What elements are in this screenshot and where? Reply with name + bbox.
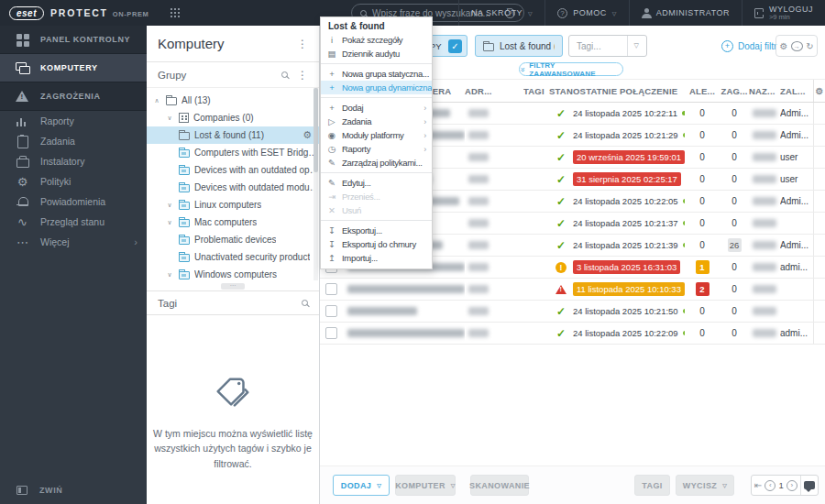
group-label: Unactivated security product bbox=[194, 252, 310, 262]
feedback-icon[interactable] bbox=[804, 481, 815, 489]
group-tree-item-mac-computers[interactable]: ∨Mac computers bbox=[147, 214, 319, 231]
group-tree-item-computers-with-eset-bridge-installed[interactable]: Computers with ESET Bridge installed bbox=[147, 144, 319, 161]
menu-item-eksportuj[interactable]: ↧Eksportuj... bbox=[321, 224, 432, 237]
row-checkbox[interactable] bbox=[325, 305, 337, 317]
sidebar-item-instalatory[interactable]: Instalatory bbox=[0, 151, 147, 171]
apps-grid-icon[interactable] bbox=[170, 8, 172, 10]
sidebar-item-zadania[interactable]: Zadania bbox=[0, 131, 147, 151]
menu-item-zarządzaj-politykami[interactable]: ✎Zarządzaj politykami... bbox=[321, 156, 432, 170]
group-gear-icon[interactable]: ⚙ bbox=[302, 129, 312, 141]
mute-button[interactable]: WYCISZ ▽ bbox=[676, 475, 734, 496]
tree-resize-handle[interactable]: ⋯ bbox=[147, 283, 319, 290]
group-tree-item-problematic-devices[interactable]: Problematic devices bbox=[147, 231, 319, 248]
menu-item-raporty[interactable]: ◷Raporty› bbox=[321, 142, 432, 156]
sidebar-item-przegląd-stanu[interactable]: ∿Przegląd stanu bbox=[0, 212, 147, 232]
group-tree-item-devices-with-an-outdated-operating-system[interactable]: Devices with an outdated operating syste… bbox=[147, 161, 319, 179]
sidebar-item-powiadomienia[interactable]: Powiadomienia bbox=[0, 192, 147, 212]
group-tree-item-lost-&-found-11[interactable]: Lost & found (11)⚙ bbox=[147, 126, 319, 144]
menu-item-pokaż-szczegóły[interactable]: iPokaż szczegóły bbox=[321, 33, 432, 47]
column-header-adr[interactable]: ADR... bbox=[465, 80, 523, 102]
scan-button[interactable]: SKANOWANIE bbox=[470, 475, 529, 496]
menu-item-dziennik-audytu[interactable]: ▤Dziennik audytu bbox=[321, 47, 432, 60]
status-ok-icon: ✓ bbox=[556, 305, 566, 318]
chevron-down-icon[interactable]: ∨ bbox=[165, 219, 174, 226]
group-filter-chip[interactable]: Lost & found (11) bbox=[475, 35, 563, 57]
help-menu[interactable]: ? POMOC ▽ bbox=[544, 0, 629, 26]
group-tree-item-linux-computers[interactable]: ∨Linux computers bbox=[147, 196, 319, 214]
prev-page-icon[interactable]: ‹ bbox=[764, 480, 776, 491]
sidebar-item-więcej[interactable]: ⋯Więcej› bbox=[0, 232, 147, 252]
add-filter-button[interactable]: + Dodaj filtr bbox=[721, 35, 776, 57]
tags-filter-dropdown[interactable]: Tagi... ▽ bbox=[568, 35, 647, 57]
groups-menu-icon[interactable]: ⋮ bbox=[297, 69, 308, 82]
menu-divider bbox=[321, 220, 432, 221]
tree-scrollbar[interactable] bbox=[314, 88, 318, 280]
table-row[interactable]: ✓24 listopada 2025 10:21:5000 bbox=[320, 301, 825, 323]
chevron-up-icon[interactable]: ∧ bbox=[152, 97, 161, 104]
first-page-icon[interactable]: ⇤ bbox=[754, 480, 762, 490]
help-icon: ? bbox=[557, 8, 567, 18]
trash-icon: ✕ bbox=[326, 205, 337, 215]
column-header-naz[interactable]: NAZ... bbox=[749, 80, 780, 102]
group-tree-item-unactivated-security-product[interactable]: Unactivated security product bbox=[147, 248, 319, 266]
arrow-circle-icon[interactable]: → bbox=[791, 41, 803, 51]
refresh-icon[interactable]: ↻ bbox=[806, 41, 813, 51]
presets-gear-icon[interactable]: ⚙ bbox=[779, 41, 787, 51]
column-header-zag[interactable]: ZAG... bbox=[720, 80, 749, 102]
sidebar-item-komputery[interactable]: KOMPUTERY bbox=[0, 54, 147, 82]
menu-item-moduły-platformy[interactable]: ◉Moduły platformy› bbox=[321, 128, 432, 142]
row-gear-cell bbox=[813, 103, 825, 124]
group-tree-item-windows-computers[interactable]: ∨Windows computers bbox=[147, 266, 319, 283]
group-tree-item-devices-with-outdated-modules[interactable]: Devices with outdated modules bbox=[147, 179, 319, 196]
menu-item-zadania[interactable]: ▷Zadania› bbox=[321, 115, 432, 128]
chevron-down-icon[interactable]: ∨ bbox=[165, 271, 174, 279]
logout-button[interactable]: WYLOGUJ >9 min bbox=[742, 0, 825, 26]
sidebar-collapse-button[interactable]: ZWIŃ bbox=[0, 477, 147, 504]
redacted-value bbox=[753, 131, 776, 139]
sidebar-item-polityki[interactable]: ⚙Polityki bbox=[0, 171, 147, 192]
tasks-run-icon: ▷ bbox=[326, 116, 337, 126]
sidebar-item-panel-kontrolny[interactable]: PANEL KONTROLNY bbox=[0, 26, 147, 54]
chevron-down-icon[interactable]: ∨ bbox=[165, 115, 174, 122]
row-checkbox[interactable] bbox=[325, 283, 337, 295]
table-row[interactable]: ✓24 listopada 2025 10:22:0900admi... bbox=[320, 323, 825, 345]
column-header-zal[interactable]: ZAL... bbox=[780, 80, 813, 102]
tags-button[interactable]: TAGI bbox=[634, 475, 670, 496]
shortcuts-menu[interactable]: NA SKRÓTY ▽ bbox=[458, 0, 544, 26]
chevron-right-icon: › bbox=[134, 236, 138, 247]
computer-button[interactable]: KOMPUTER ▽ bbox=[395, 475, 456, 496]
sidebar-item-raporty[interactable]: Raporty bbox=[0, 111, 147, 131]
subgroups-checkbox[interactable]: ✓ bbox=[448, 39, 462, 53]
tags-search-icon[interactable] bbox=[302, 300, 308, 306]
menu-item-eksportuj-do-chmury[interactable]: ↧Eksportuj do chmury bbox=[321, 237, 432, 251]
detections-count: 0 bbox=[732, 108, 737, 118]
table-columns-gear-icon[interactable]: ⚙ bbox=[813, 80, 825, 102]
menu-item-importuj[interactable]: ↥Importuj... bbox=[321, 251, 432, 265]
add-button[interactable]: DODAJ ▽ bbox=[333, 475, 390, 496]
status-cell: ✓ bbox=[549, 235, 573, 256]
column-header-tagi[interactable]: TAGI bbox=[523, 80, 549, 102]
menu-item-nowa-grupa-dynamiczna[interactable]: +Nowa grupa dynamiczna... bbox=[321, 81, 432, 94]
groups-search-icon[interactable] bbox=[281, 71, 288, 78]
table-row[interactable]: 11 listopada 2025 10:10:3320 bbox=[320, 279, 825, 301]
menu-item-dodaj[interactable]: +Dodaj› bbox=[321, 101, 432, 115]
menu-item-nowa-grupa-statyczna[interactable]: +Nowa grupa statyczna... bbox=[321, 67, 432, 81]
column-header-stan[interactable]: STAN bbox=[549, 80, 573, 102]
column-header-ale[interactable]: ALE... bbox=[685, 80, 720, 102]
name-cell bbox=[749, 235, 780, 256]
chevron-down-icon[interactable]: ∨ bbox=[165, 202, 174, 209]
logged-user-value: Admi... bbox=[780, 108, 808, 118]
menu-item-edytuj[interactable]: ✎Edytuj... bbox=[321, 176, 432, 190]
column-header-ostatnie-połączenie[interactable]: OSTATNIE POŁĄCZENIE bbox=[573, 80, 685, 102]
sidebar-item-zagrożenia[interactable]: ZAGROŻENIA bbox=[0, 82, 147, 111]
row-checkbox[interactable] bbox=[325, 327, 337, 339]
panel-menu-icon[interactable]: ⋮ bbox=[297, 38, 308, 50]
pencil-icon: ✎ bbox=[326, 158, 337, 168]
group-tree-item-all-13[interactable]: ∧All (13) bbox=[147, 92, 319, 109]
advanced-filters-button[interactable]: « FILTRY ZAAWANSOWANE bbox=[519, 62, 623, 76]
group-tree-item-companies-0[interactable]: ∨Companies (0) bbox=[147, 109, 319, 126]
last-connected-cell: 24 listopada 2025 10:22:05 bbox=[573, 191, 685, 212]
user-menu[interactable]: ADMINISTRATOR bbox=[629, 0, 742, 26]
sidebar: PANEL KONTROLNYKOMPUTERYZAGROŻENIARaport… bbox=[0, 26, 147, 504]
next-page-icon[interactable]: › bbox=[786, 480, 798, 491]
